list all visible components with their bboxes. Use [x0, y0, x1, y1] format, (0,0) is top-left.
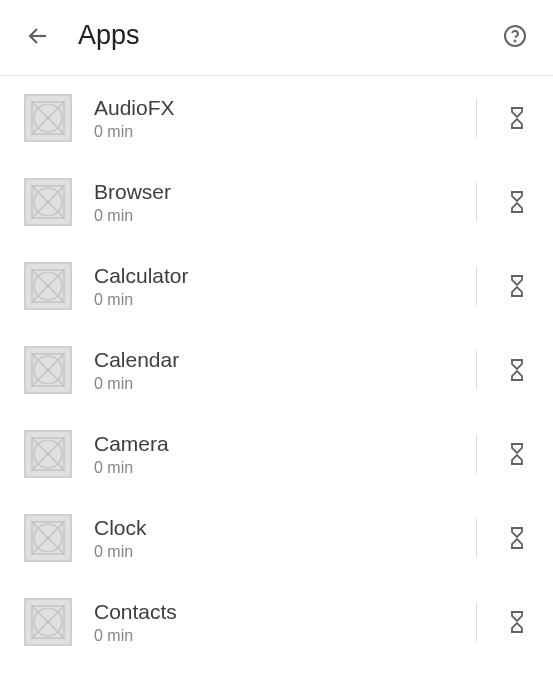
app-name: Contacts	[94, 599, 476, 624]
app-usage: 0 min	[94, 627, 476, 645]
app-icon-placeholder	[24, 430, 72, 478]
row-divider	[476, 434, 477, 474]
app-name: Clock	[94, 515, 476, 540]
hourglass-icon	[507, 358, 527, 382]
row-divider	[476, 98, 477, 138]
hourglass-icon	[507, 106, 527, 130]
app-row-contacts[interactable]: Contacts 0 min	[0, 580, 553, 664]
app-usage: 0 min	[94, 459, 476, 477]
app-icon-placeholder	[24, 514, 72, 562]
app-icon-placeholder	[24, 178, 72, 226]
timer-button[interactable]	[505, 610, 529, 634]
app-info: Browser 0 min	[94, 179, 476, 224]
app-name: AudioFX	[94, 95, 476, 120]
arrow-back-icon	[26, 24, 50, 48]
app-icon-placeholder	[24, 262, 72, 310]
hourglass-icon	[507, 526, 527, 550]
hourglass-icon	[507, 442, 527, 466]
app-name: Calculator	[94, 263, 476, 288]
app-info: AudioFX 0 min	[94, 95, 476, 140]
hourglass-icon	[507, 190, 527, 214]
hourglass-icon	[507, 274, 527, 298]
app-icon-placeholder	[24, 346, 72, 394]
placeholder-icon	[30, 268, 66, 304]
timer-button[interactable]	[505, 358, 529, 382]
app-row-calendar[interactable]: Calendar 0 min	[0, 328, 553, 412]
app-list: AudioFX 0 min Browser 0 min	[0, 76, 553, 664]
app-icon-placeholder	[24, 94, 72, 142]
timer-button[interactable]	[505, 190, 529, 214]
app-info: Camera 0 min	[94, 431, 476, 476]
timer-button[interactable]	[505, 106, 529, 130]
app-usage: 0 min	[94, 375, 476, 393]
svg-point-2	[515, 40, 516, 41]
placeholder-icon	[30, 352, 66, 388]
app-usage: 0 min	[94, 543, 476, 561]
row-divider	[476, 518, 477, 558]
app-row-camera[interactable]: Camera 0 min	[0, 412, 553, 496]
row-divider	[476, 182, 477, 222]
page-title: Apps	[78, 20, 501, 51]
header: Apps	[0, 0, 553, 76]
timer-button[interactable]	[505, 274, 529, 298]
help-button[interactable]	[501, 22, 529, 50]
placeholder-icon	[30, 604, 66, 640]
app-row-calculator[interactable]: Calculator 0 min	[0, 244, 553, 328]
placeholder-icon	[30, 100, 66, 136]
app-name: Calendar	[94, 347, 476, 372]
hourglass-icon	[507, 610, 527, 634]
app-row-clock[interactable]: Clock 0 min	[0, 496, 553, 580]
app-usage: 0 min	[94, 207, 476, 225]
app-usage: 0 min	[94, 291, 476, 309]
app-info: Calculator 0 min	[94, 263, 476, 308]
app-info: Clock 0 min	[94, 515, 476, 560]
app-name: Camera	[94, 431, 476, 456]
timer-button[interactable]	[505, 526, 529, 550]
row-divider	[476, 266, 477, 306]
placeholder-icon	[30, 436, 66, 472]
help-icon	[503, 24, 527, 48]
placeholder-icon	[30, 520, 66, 556]
app-name: Browser	[94, 179, 476, 204]
app-usage: 0 min	[94, 123, 476, 141]
app-icon-placeholder	[24, 598, 72, 646]
app-row-audiofx[interactable]: AudioFX 0 min	[0, 76, 553, 160]
row-divider	[476, 602, 477, 642]
timer-button[interactable]	[505, 442, 529, 466]
app-info: Contacts 0 min	[94, 599, 476, 644]
back-button[interactable]	[24, 22, 52, 50]
app-row-browser[interactable]: Browser 0 min	[0, 160, 553, 244]
placeholder-icon	[30, 184, 66, 220]
app-info: Calendar 0 min	[94, 347, 476, 392]
row-divider	[476, 350, 477, 390]
